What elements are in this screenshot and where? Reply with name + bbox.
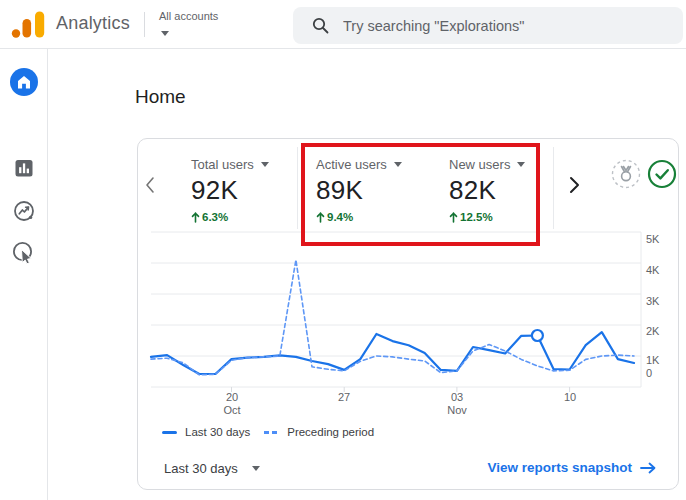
sidebar-nav	[0, 49, 48, 500]
right-arrow-icon	[640, 462, 656, 474]
search-input[interactable]	[343, 18, 643, 34]
home-overview-card: Total users 92K 6.3% Active users 89K 9.…	[137, 138, 679, 490]
solid-line-swatch-icon	[162, 431, 177, 434]
date-range-selector[interactable]: Last 30 days	[164, 461, 260, 476]
sidebar-item-advertising[interactable]	[0, 236, 48, 270]
x-axis-tick: 10	[550, 391, 590, 404]
reports-icon	[15, 159, 33, 177]
y-axis-tick: 5K	[646, 233, 676, 245]
top-bar: Analytics All accounts	[0, 0, 686, 49]
dashed-line-swatch-icon	[264, 431, 279, 434]
date-range-label: Last 30 days	[164, 461, 238, 476]
legend-label: Last 30 days	[185, 426, 250, 438]
y-axis-tick: 3K	[646, 295, 676, 307]
legend-label: Preceding period	[287, 426, 374, 438]
chart-svg[interactable]	[138, 139, 680, 491]
link-label: View reports snapshot	[487, 460, 632, 475]
sidebar-item-explore[interactable]	[0, 194, 48, 228]
advertising-icon	[12, 241, 36, 265]
explore-icon	[13, 200, 35, 222]
page-title: Home	[135, 86, 186, 108]
x-axis-tick: 20Oct	[212, 391, 252, 417]
google-analytics-logo-icon	[11, 11, 45, 38]
chevron-down-icon	[161, 31, 169, 36]
view-reports-snapshot-link[interactable]: View reports snapshot	[487, 460, 656, 475]
x-axis-tick: 27	[324, 391, 364, 404]
chart-legend: Last 30 days Preceding period	[162, 426, 374, 438]
sidebar-item-home[interactable]	[0, 65, 48, 99]
search-bar[interactable]	[293, 7, 683, 44]
topbar-divider	[144, 12, 145, 37]
search-icon	[312, 17, 329, 34]
home-icon	[10, 68, 38, 96]
sidebar-item-reports[interactable]	[0, 151, 48, 185]
y-axis-tick: 1K	[646, 354, 676, 366]
y-axis-tick: 0	[646, 367, 676, 379]
y-axis-tick: 4K	[646, 264, 676, 276]
account-switcher[interactable]: All accounts	[159, 10, 218, 40]
analytics-app: Analytics All accounts	[0, 0, 686, 500]
account-switcher-label: All accounts	[159, 10, 218, 22]
x-axis-tick: 03Nov	[437, 391, 477, 417]
product-name: Analytics	[56, 13, 130, 34]
y-axis-tick: 2K	[646, 325, 676, 337]
chevron-down-icon	[252, 466, 260, 471]
